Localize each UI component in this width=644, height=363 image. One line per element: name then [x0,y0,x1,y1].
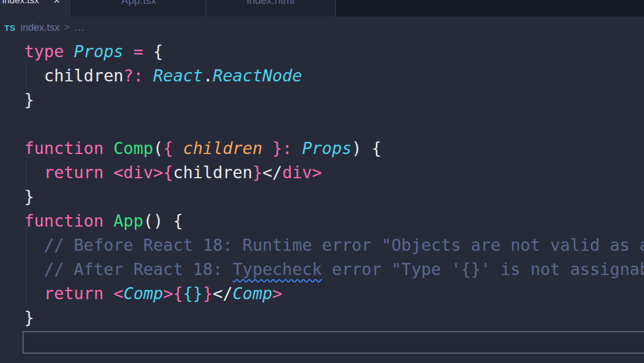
code-token: > [312,163,322,182]
tab-index-html[interactable]: index.html [206,0,336,16]
code-token: } [252,163,262,182]
code-token: </ [213,284,232,303]
typescript-file-icon: TS [4,23,15,32]
code-token: } [24,90,34,109]
editor-tab-strip: index.tsx ✕ App.tsx index.html [0,0,644,16]
code-token: > [163,284,173,303]
code-token: ReactNode [213,66,302,85]
code-token: Comp [114,139,153,158]
tab-app-tsx[interactable]: App.tsx [72,0,206,16]
bottom-input-box[interactable] [23,331,644,354]
code-token: }: [263,139,302,158]
code-token: children [183,139,263,158]
code-token: return [24,284,114,303]
code-line [0,112,644,136]
code-token: <div> [114,163,163,182]
code-token: function [24,211,114,230]
breadcrumb: TS index.tsx > ... [0,16,644,38]
code-token: return [24,163,114,182]
code-token: { [173,284,183,303]
code-token: { [153,42,163,61]
code-line: } [0,88,644,112]
code-line: function App() { [0,209,644,233]
code-token: { [163,139,183,158]
code-line: type Props = { [0,40,644,64]
code-token: () { [143,211,183,230]
breadcrumb-symbol-ellipsis[interactable]: ... [75,22,85,34]
code-line: function Comp({ children }: Props) { [0,136,644,161]
code-token: children [24,66,124,85]
code-token: div [282,163,312,182]
code-token: } [203,284,213,303]
code-token: > [273,284,282,303]
tab-index-tsx[interactable]: index.tsx ✕ [0,0,72,16]
code-token: } [24,187,34,206]
code-token: < [114,284,124,303]
code-token: . [203,66,213,85]
code-token: Comp [124,284,163,303]
tab-strip-filler [336,0,644,16]
code-token: ) { [352,139,381,158]
code-line: return <Comp>{{}}</Comp> [0,282,644,306]
code-token: type [24,42,74,61]
code-token: children [173,163,253,182]
code-token: ( [153,139,163,158]
code-editor[interactable]: type Props = { children?: React.ReactNod… [0,40,644,331]
code-line: } [0,306,644,330]
code-line: } [0,185,644,209]
code-token: // After React 18: [24,260,232,279]
code-token: } [24,308,34,327]
code-token: {} [183,284,203,303]
code-token: { [163,163,173,182]
code-token: error "Type '{}' is not assignab [322,260,644,279]
squiggle-underlined-token: Typecheck [232,260,322,279]
code-token: </ [263,163,282,182]
code-line: // After React 18: Typecheck error "Type… [0,257,644,282]
code-token: Props [74,42,123,61]
code-token: React [153,66,203,85]
code-token: App [114,211,143,230]
code-line: // Before React 18: Runtime error "Objec… [0,233,644,257]
code-token: Props [302,139,352,158]
code-line: return <div>{children}</div> [0,161,644,185]
tab-label: App.tsx [72,0,206,6]
code-token: Comp [232,284,272,303]
code-line: children?: React.ReactNode [0,64,644,88]
breadcrumb-file-name[interactable]: index.tsx [20,22,59,34]
code-token: function [24,139,114,158]
tab-label: index.html [206,0,335,6]
chevron-right-icon: > [64,23,69,32]
code-token: // Before React 18: Runtime error "Objec… [24,235,644,255]
close-icon[interactable]: ✕ [53,0,63,6]
code-token: = [124,42,153,61]
code-token: ?: [124,66,153,85]
